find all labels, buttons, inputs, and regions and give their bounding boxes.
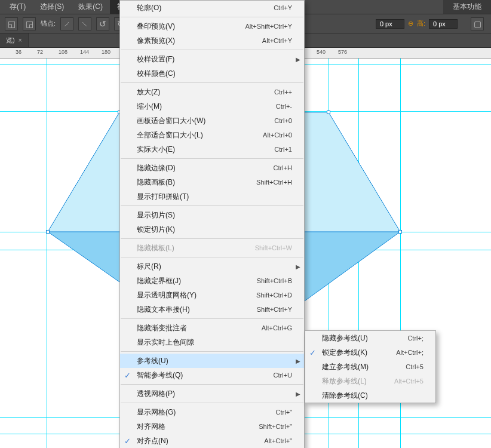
anchor-point[interactable] [327,111,330,114]
guides-submenu-item[interactable]: ✓锁定参考线(K)Alt+Ctrl+; [305,345,435,360]
menu-shortcut: Ctrl+- [265,103,292,110]
view-menu-item[interactable]: 显示切片(S) [120,208,304,222]
menu-item-label: 像素预览(X) [137,36,251,46]
menu-shortcut: Ctrl+5 [395,363,424,370]
menu-separator [121,384,303,385]
menu-separator [121,82,303,83]
anchor-convert-icon[interactable]: ⟍ [78,17,91,30]
link-icon[interactable]: ⊖ [408,20,413,27]
view-menu-item[interactable]: 显示实时上色间隙 [120,335,304,349]
menu-shortcut: Alt+Shift+Ctrl+Y [234,23,292,30]
menu-item-label: 显示打印拼贴(T) [137,192,292,202]
view-menu-item[interactable]: 隐藏边缘(D)Ctrl+H [120,161,304,175]
guides-submenu-item[interactable]: 清除参考线(C) [305,388,435,403]
menu-separator [121,257,303,257]
menu-shortcut: Alt+Ctrl+G [251,324,292,332]
view-menu-item[interactable]: ✓智能参考线(Q)Ctrl+U [120,368,304,382]
tab-label: 览) [6,36,15,45]
menu-item-label: 显示网格(G) [137,407,265,418]
menu-separator [121,351,303,352]
menu-item-label: 清除参考线(C) [322,391,424,401]
menu-shortcut: Ctrl+; [397,335,424,342]
menu-shortcut: Shift+Ctrl+D [246,291,292,299]
menu-shortcut: Shift+Ctrl+Y [246,306,292,313]
menu-item-label: 建立参考线(M) [322,362,395,372]
menu-item-label: 隐藏渐变批注者 [137,323,251,333]
view-menu-item[interactable]: 轮廓(O)Ctrl+Y [120,1,304,15]
view-menu-item[interactable]: 锁定切片(K) [120,222,304,237]
handle-icon[interactable]: ↺ [96,17,109,30]
anchor-point[interactable] [46,230,50,234]
view-menu-item[interactable]: 全部适合窗口大小(L)Alt+Ctrl+0 [120,128,304,142]
view-menu-item[interactable]: 标尺(R)▶ [120,259,304,274]
menu-separator [121,318,303,319]
view-menu-item[interactable]: 显示打印拼贴(T) [120,189,304,204]
align-icon[interactable]: ▢ [471,17,484,30]
menu-shortcut: Alt+Ctrl+; [385,349,424,356]
guides-submenu-item: 释放参考线(L)Alt+Ctrl+5 [305,374,435,388]
menu-item-label: 参考线(U) [137,356,292,366]
view-menu-item[interactable]: 隐藏文本串接(H)Shift+Ctrl+Y [120,302,304,317]
view-menu-item[interactable]: 隐藏定界框(J)Shift+Ctrl+B [120,274,304,288]
menu-item-label: 显示透明度网格(Y) [137,290,246,300]
tool-icon[interactable]: ◲ [23,17,36,30]
view-menu-item[interactable]: 画板适合窗口大小(W)Ctrl+0 [120,113,304,128]
check-icon: ✓ [309,348,316,357]
close-icon[interactable]: × [19,37,22,44]
anchor-point[interactable] [398,230,402,234]
menu-item-label: 显示实时上色间隙 [137,337,292,348]
view-menu-item[interactable]: 像素预览(X)Alt+Ctrl+Y [120,33,304,48]
view-menu-item[interactable]: 显示网格(G)Ctrl+" [120,405,304,419]
height-input[interactable]: 0 px [429,19,458,29]
view-menu-dropdown: 轮廓(O)Ctrl+Y叠印预览(V)Alt+Shift+Ctrl+Y像素预览(X… [119,0,305,448]
view-menu-item[interactable]: 叠印预览(V)Alt+Shift+Ctrl+Y [120,19,304,33]
view-menu-item[interactable]: 显示透明度网格(Y)Shift+Ctrl+D [120,288,304,302]
view-menu-item[interactable]: 对齐网格Shift+Ctrl+" [120,419,304,434]
menu-effect[interactable]: 效果(C) [71,0,110,14]
ruler-tick: 576 [338,49,347,55]
anchor-convert-icon[interactable]: ⟋ [60,17,73,30]
ruler-tick: 144 [80,49,89,55]
width-input[interactable]: 0 px [376,19,404,29]
menu-item-label: 锁定参考线(K) [322,348,385,358]
menu-shortcut: Alt+Ctrl+Y [251,37,292,44]
view-menu-item[interactable]: 校样颜色(C) [120,66,304,81]
view-menu-item[interactable]: 透视网格(P)▶ [120,386,304,401]
menu-shortcut: Ctrl+U [263,372,292,379]
menu-item-label: 缩小(M) [137,102,265,112]
menu-shortcut: Alt+Ctrl+" [253,437,292,444]
menu-shortcut: Shift+Ctrl+" [248,423,292,430]
menu-select[interactable]: 选择(S) [33,0,71,14]
view-menu-item[interactable]: 校样设置(F)▶ [120,52,304,66]
menu-shortcut: Ctrl+" [265,409,292,416]
menu-item-label: 放大(Z) [137,87,263,97]
menu-item-label: 对齐点(N) [137,436,253,446]
menu-item-label: 标尺(R) [137,262,292,272]
document-tab[interactable]: 览) × [0,33,29,47]
menu-item-label: 画板适合窗口大小(W) [137,116,263,126]
menu-shortcut: Shift+Ctrl+B [246,277,292,284]
view-menu-item[interactable]: 放大(Z)Ctrl++ [120,85,304,99]
submenu-arrow-icon: ▶ [296,263,300,270]
guide-vertical[interactable] [47,59,47,448]
menu-save[interactable]: 存(T) [2,0,33,14]
menu-separator [121,158,303,159]
check-icon: ✓ [124,371,131,380]
menu-item-label: 显示切片(S) [137,210,292,220]
view-menu-item[interactable]: ✓对齐点(N)Alt+Ctrl+" [120,434,304,448]
guides-submenu-item[interactable]: 隐藏参考线(U)Ctrl+; [305,331,435,345]
menu-item-label: 实际大小(E) [137,145,263,155]
workspace-switcher[interactable]: 基本功能 [443,0,491,14]
ruler-tick: 72 [37,49,43,55]
ruler-tick: 36 [16,49,22,55]
guides-submenu: 隐藏参考线(U)Ctrl+;✓锁定参考线(K)Alt+Ctrl+;建立参考线(M… [305,330,436,403]
view-menu-item[interactable]: 缩小(M)Ctrl+- [120,99,304,113]
check-icon: ✓ [124,437,131,446]
view-menu-item[interactable]: 隐藏画板(B)Shift+Ctrl+H [120,175,304,189]
view-menu-item[interactable]: 隐藏渐变批注者Alt+Ctrl+G [120,321,304,335]
view-menu-item[interactable]: 实际大小(E)Ctrl+1 [120,142,304,157]
ruler-tick: 180 [102,49,111,55]
guides-submenu-item[interactable]: 建立参考线(M)Ctrl+5 [305,360,435,374]
view-menu-item[interactable]: 参考线(U)▶ [120,354,304,368]
tool-icon[interactable]: ◱ [5,17,18,30]
